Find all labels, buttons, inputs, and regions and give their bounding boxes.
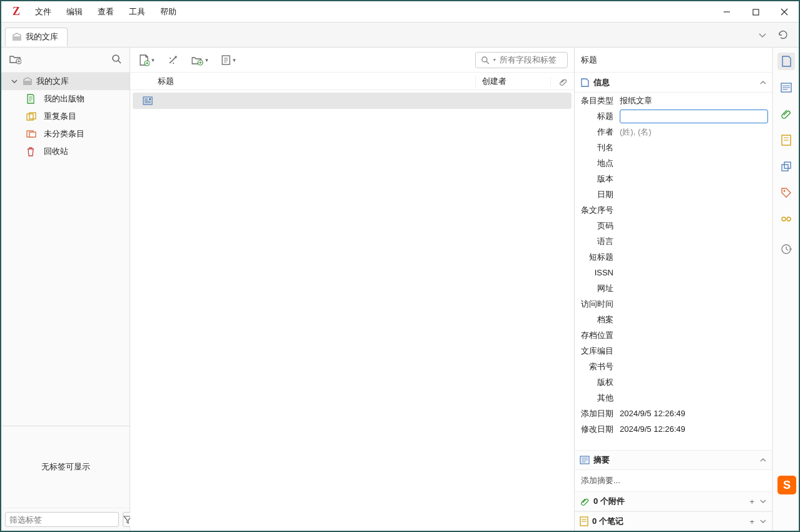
collection-label: 回收站 xyxy=(44,146,68,157)
menu-edit[interactable]: 编辑 xyxy=(59,1,90,23)
window-minimize[interactable] xyxy=(712,1,741,23)
collections-toolbar xyxy=(1,48,130,73)
rail-locate[interactable] xyxy=(777,240,795,258)
collection-icon xyxy=(26,146,36,156)
attachment-add-icon xyxy=(191,54,203,66)
abstract-section-header[interactable]: 摘要 xyxy=(575,450,772,470)
svg-point-29 xyxy=(482,57,487,62)
library-root-label: 我的文库 xyxy=(36,76,69,87)
chevron-down-icon[interactable] xyxy=(759,518,767,525)
item-row[interactable] xyxy=(133,93,572,109)
new-item-icon xyxy=(138,54,150,66)
collection-item[interactable]: 我的出版物 xyxy=(26,90,130,108)
field-label: 页码 xyxy=(577,220,613,232)
tag-filter-bar: ▾ xyxy=(1,508,130,531)
right-rail xyxy=(772,48,799,531)
field-label: 日期 xyxy=(577,189,613,200)
window-maximize[interactable] xyxy=(741,1,770,23)
items-toolbar: ▾ ▾ ▾ ▾ xyxy=(130,48,574,73)
abstract-body[interactable]: 添加摘要... xyxy=(575,470,772,491)
collection-tree: 我的文库 我的出版物重复条目未分类条目回收站 xyxy=(1,73,130,426)
app-logo: Z xyxy=(1,5,28,18)
note-icon xyxy=(580,516,588,526)
search-collections-icon[interactable] xyxy=(111,53,122,66)
add-attachment-button[interactable]: ▾ xyxy=(189,53,210,68)
rail-related[interactable] xyxy=(777,210,795,228)
svg-rect-52 xyxy=(784,162,791,168)
svg-rect-36 xyxy=(149,98,151,100)
field-value[interactable]: 2024/9/5 12:26:49 xyxy=(620,409,768,418)
collection-icon xyxy=(26,130,36,138)
menu-view[interactable]: 查看 xyxy=(90,1,121,23)
column-attachment[interactable] xyxy=(550,77,574,86)
svg-rect-31 xyxy=(143,97,152,105)
info-fields: 条目类型 报纸文章 标题作者(姓), (名)刊名地点版本日期条文序号页码语言短标… xyxy=(575,93,772,450)
item-list xyxy=(130,90,574,531)
library-icon xyxy=(12,32,22,42)
field-label: 访问时间 xyxy=(577,299,613,310)
field-label: 档案 xyxy=(577,314,613,325)
library-root[interactable]: 我的文库 xyxy=(1,73,130,90)
column-creator[interactable]: 创建者 xyxy=(475,76,550,87)
column-title[interactable]: 标题 xyxy=(130,76,475,87)
field-label: 作者 xyxy=(577,126,613,138)
rail-attachments[interactable] xyxy=(777,105,795,123)
chevron-up-icon[interactable] xyxy=(759,79,767,86)
tab-label: 我的文库 xyxy=(26,31,58,43)
chevron-up-icon[interactable] xyxy=(759,456,767,464)
attachments-title: 0 个附件 xyxy=(593,496,746,507)
menu-tools[interactable]: 工具 xyxy=(121,1,153,23)
add-attachment-icon[interactable]: + xyxy=(749,497,754,506)
svg-point-53 xyxy=(783,190,785,192)
add-by-identifier-button[interactable] xyxy=(165,53,180,68)
add-note-icon[interactable]: + xyxy=(749,517,754,526)
new-note-button[interactable]: ▾ xyxy=(219,53,238,68)
collection-item[interactable]: 未分类条目 xyxy=(26,125,130,143)
field-label: 修改日期 xyxy=(577,424,613,435)
item-type-label: 条目类型 xyxy=(577,95,613,106)
sync-icon[interactable] xyxy=(777,29,789,41)
info-icon xyxy=(580,78,590,88)
new-item-button[interactable]: ▾ xyxy=(136,52,156,68)
rail-notes[interactable] xyxy=(777,131,795,149)
window-controls xyxy=(712,1,799,23)
svg-line-8 xyxy=(118,61,121,63)
svg-rect-51 xyxy=(782,165,788,171)
menu-help[interactable]: 帮助 xyxy=(153,1,184,23)
library-children: 我的出版物重复条目未分类条目回收站 xyxy=(1,90,130,160)
svg-line-30 xyxy=(486,61,489,64)
item-title-header: 标题 xyxy=(575,48,772,73)
new-collection-icon[interactable] xyxy=(9,53,21,66)
collection-item[interactable]: 重复条目 xyxy=(26,108,130,125)
library-tab[interactable]: 我的文库 xyxy=(5,28,68,46)
tab-list-icon[interactable] xyxy=(757,30,767,40)
field-value[interactable]: (姓), (名) xyxy=(620,126,768,138)
notes-section-header[interactable]: 0 个笔记 + xyxy=(575,511,772,531)
field-value[interactable]: 2024/9/5 12:26:49 xyxy=(620,424,768,434)
rail-libraries[interactable] xyxy=(777,158,795,175)
rail-info[interactable] xyxy=(777,53,795,70)
item-type-value[interactable]: 报纸文章 xyxy=(620,95,768,106)
title-input[interactable] xyxy=(620,110,768,123)
menu-file[interactable]: 文件 xyxy=(28,1,59,23)
tag-filter-input[interactable] xyxy=(5,512,119,527)
attachments-section-header[interactable]: 0 个附件 + xyxy=(575,491,772,511)
field-label: 其他 xyxy=(577,392,613,404)
rail-abstract[interactable] xyxy=(777,79,795,96)
paperclip-icon xyxy=(580,496,590,506)
abstract-title: 摘要 xyxy=(593,454,756,466)
info-section-header[interactable]: 信息 xyxy=(575,73,772,93)
chevron-down-icon[interactable] xyxy=(11,78,19,84)
field-label: 添加日期 xyxy=(577,408,613,419)
field-label: 版权 xyxy=(577,377,613,388)
rail-tags[interactable] xyxy=(777,184,795,202)
items-search-input[interactable] xyxy=(500,55,562,64)
chevron-down-icon[interactable] xyxy=(759,498,767,505)
items-search[interactable]: ▾ xyxy=(475,52,568,68)
collection-item[interactable]: 回收站 xyxy=(26,143,130,160)
collection-label: 未分类条目 xyxy=(44,128,85,140)
field-label: 短标题 xyxy=(577,252,613,263)
field-label: 刊名 xyxy=(577,142,613,153)
window-close[interactable] xyxy=(770,1,799,23)
field-label: 版本 xyxy=(577,173,613,185)
